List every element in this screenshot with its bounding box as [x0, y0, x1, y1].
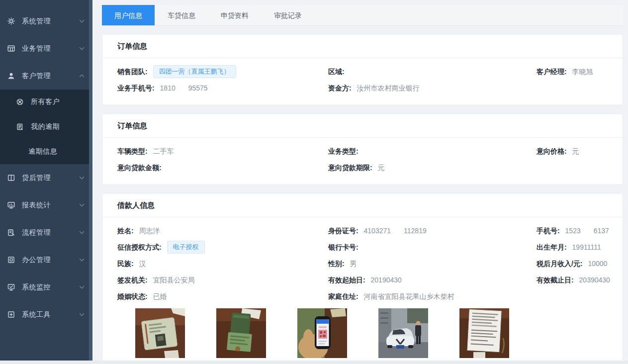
app-layout: 系统管理 业务管理 客户管理 所有客户: [0, 0, 628, 364]
sidebar-item-system-tools[interactable]: 系统工具: [0, 301, 92, 328]
sidebar-item-customer-mgmt[interactable]: 客户管理: [0, 62, 92, 90]
field-id-number: 身份证号 4103271112819: [328, 223, 537, 239]
chevron-up-icon: [79, 74, 85, 78]
phone-qr-photo-thumbnail[interactable]: 授权截图: [297, 308, 347, 364]
field-intent-price: 意向价格 元: [537, 143, 608, 160]
tools-icon: [7, 310, 15, 319]
sidebar-item-label: 系统管理: [22, 17, 79, 26]
sidebar-item-system-mgmt[interactable]: 系统管理: [0, 7, 92, 35]
sidebar-item-my-overdue[interactable]: 我的逾期: [0, 114, 92, 139]
detail-tabs: 用户信息 车贷信息 申贷资料 审批记录: [102, 5, 623, 26]
book-icon: [7, 174, 15, 182]
field-bank-card: 银行卡号: [328, 239, 537, 256]
field-business-phone: 业务手机号 181095575: [117, 80, 328, 96]
customers-icon: [16, 98, 24, 106]
sidebar-item-office-mgmt[interactable]: 办公管理: [0, 246, 92, 273]
field-ethnicity: 民族 汉: [117, 256, 328, 272]
card-body: 车辆类型 二手车 业务类型 意向价格 元 意向贷款金额 意向贷款期限 元: [102, 138, 623, 184]
field-intent-loan-term: 意向贷款期限 元: [328, 160, 537, 176]
field-sales-team: 销售团队 四团一营（直属王鹏飞）: [117, 64, 328, 80]
field-home-address: 家庭住址 河南省宜阳县花果山乡木柴村: [328, 288, 537, 305]
borrower-info-card: 借款人信息 姓名 周志洋 身份证号 4103271112819 手机号 1523…: [102, 193, 623, 364]
field-credit-auth-method: 征信授权方式 电子授权: [117, 239, 328, 256]
field-birth-date: 出生年月 19911111: [537, 239, 608, 256]
document-photos: 身份证: [117, 305, 608, 364]
field-account-manager: 客户经理 李晓旭: [537, 64, 608, 80]
sidebar-item-label: 办公管理: [22, 256, 79, 265]
sidebar-item-label: 系统工具: [22, 310, 79, 319]
field-region: 区域: [328, 64, 537, 80]
sales-team-tag[interactable]: 四团一营（直属王鹏飞）: [153, 65, 236, 78]
card-body: 姓名 周志洋 身份证号 4103271112819 手机号 15236137 征…: [102, 217, 623, 364]
field-gender: 性别 男: [328, 256, 537, 272]
tab-approval-records[interactable]: 审批记录: [262, 5, 314, 25]
sidebar-item-all-customers[interactable]: 所有客户: [0, 90, 92, 114]
field-fund-provider: 资金方 汝州市农村商业银行: [328, 80, 537, 96]
chevron-down-icon: [79, 47, 85, 50]
field-valid-until: 有效截止日 20390430: [537, 272, 608, 288]
chevron-down-icon: [79, 231, 85, 234]
office-icon: [7, 256, 15, 264]
sidebar-item-label: 流程管理: [22, 228, 79, 237]
green-booklet-photo-thumbnail[interactable]: 驾驶证照片: [216, 308, 266, 364]
workflow-icon: [7, 228, 15, 237]
credit-auth-tag: 电子授权: [167, 241, 205, 254]
sidebar: 系统管理 业务管理 客户管理 所有客户: [0, 0, 92, 364]
sidebar-item-label: 所有客户: [31, 97, 85, 106]
horizontal-scrollbar[interactable]: [0, 361, 628, 364]
sidebar-item-label: 我的逾期: [31, 122, 85, 131]
monitor-icon: [7, 283, 15, 291]
field-intent-loan-amount: 意向贷款金额: [117, 160, 328, 176]
sidebar-item-overdue-info[interactable]: 逾期信息: [0, 139, 92, 164]
card-title: 订单信息: [102, 114, 623, 138]
chevron-down-icon: [79, 285, 85, 289]
field-name: 姓名 周志洋: [117, 223, 328, 239]
id-card-photo-thumbnail[interactable]: 身份证: [135, 308, 185, 364]
card-title: 订单信息: [102, 34, 623, 58]
paper-doc-photo-thumbnail[interactable]: 其他材料: [459, 308, 509, 364]
tab-user-info[interactable]: 用户信息: [102, 5, 155, 25]
sidebar-item-label: 业务管理: [22, 44, 79, 53]
sidebar-scrollbar[interactable]: [89, 0, 92, 364]
sidebar-item-label: 客户管理: [22, 72, 79, 81]
sidebar-item-workflow-mgmt[interactable]: 流程管理: [0, 219, 92, 246]
chevron-down-icon: [79, 258, 85, 262]
overdue-doc-icon: [16, 123, 24, 131]
sidebar-item-label: 贷后管理: [22, 174, 79, 182]
report-icon: [7, 201, 15, 209]
chevron-down-icon: [79, 176, 85, 180]
chevron-down-icon: [79, 203, 85, 207]
field-business-type: 业务类型: [328, 143, 537, 160]
field-issuing-authority: 签发机关 宜阳县公安局: [117, 272, 328, 288]
customer-mgmt-submenu: 所有客户 我的逾期 逾期信息: [0, 90, 92, 164]
field-mobile: 手机号 15236137: [537, 223, 608, 239]
grid-icon: [7, 44, 15, 53]
chevron-down-icon: [79, 19, 85, 23]
card-title: 借款人信息: [102, 193, 623, 217]
field-marital-status: 婚姻状态 已婚: [117, 288, 328, 305]
main-content: 用户信息 车贷信息 申贷资料 审批记录 订单信息 销售团队 四团一营（直属王鹏飞…: [92, 0, 628, 364]
sidebar-item-label: 逾期信息: [28, 147, 85, 156]
sidebar-item-system-monitor[interactable]: 系统监控: [0, 273, 92, 301]
sidebar-item-postloan-mgmt[interactable]: 贷后管理: [0, 164, 92, 191]
tab-loan-application-docs[interactable]: 申贷资料: [208, 5, 261, 25]
loan-intent-card: 订单信息 车辆类型 二手车 业务类型 意向价格 元 意向贷款金额: [102, 113, 623, 185]
card-body: 销售团队 四团一营（直属王鹏飞） 区域 客户经理 李晓旭 业务手机号 18109…: [102, 58, 623, 105]
sidebar-item-label: 系统监控: [22, 283, 79, 292]
sidebar-item-label: 报表统计: [22, 201, 79, 210]
field-net-monthly-income: 税后月收入/元 10000: [537, 256, 608, 272]
car-person-photo-thumbnail[interactable]: 人车合影: [378, 308, 428, 364]
sidebar-item-business-mgmt[interactable]: 业务管理: [0, 35, 92, 62]
order-info-card: 订单信息 销售团队 四团一营（直属王鹏飞） 区域 客户经理 李晓旭 业务手机号 …: [102, 34, 623, 105]
user-icon: [7, 72, 15, 80]
chevron-down-icon: [79, 313, 85, 316]
sidebar-item-report-stats[interactable]: 报表统计: [0, 191, 92, 219]
tab-car-loan-info[interactable]: 车贷信息: [155, 5, 208, 25]
gear-icon: [7, 17, 15, 25]
field-vehicle-type: 车辆类型 二手车: [117, 143, 328, 160]
field-valid-from: 有效起始日 20190430: [328, 272, 537, 288]
